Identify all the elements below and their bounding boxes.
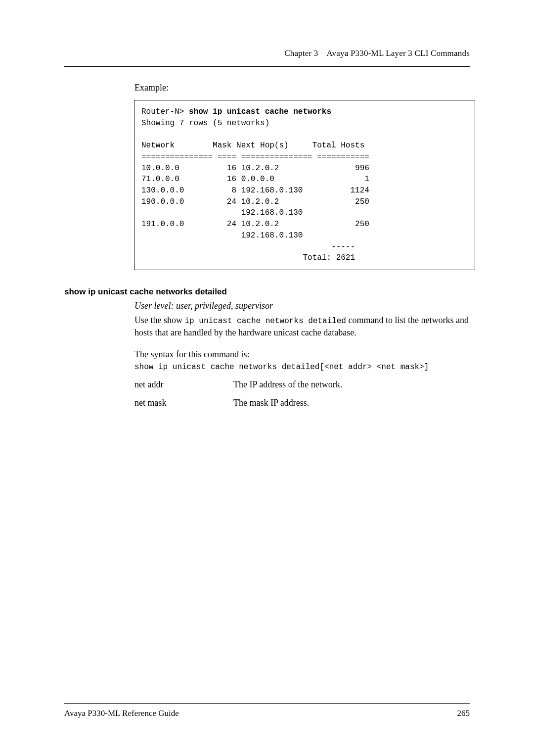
param-row: net mask The mask IP address. (134, 398, 470, 408)
code-line: 130.0.0.0 8 192.168.0.130 1124 (141, 186, 369, 195)
page-header: Chapter 3 Avaya P330-ML Layer 3 CLI Comm… (64, 48, 470, 67)
code-command: show ip unicast cache networks (189, 107, 331, 116)
code-line: 192.168.0.130 (141, 208, 303, 217)
code-line: Total: 2621 (141, 253, 355, 262)
chapter-label: Chapter 3 (284, 48, 318, 58)
chapter-title: Avaya P330-ML Layer 3 CLI Commands (326, 48, 470, 58)
section-heading: show ip unicast cache networks detailed (64, 287, 470, 297)
code-line: 190.0.0.0 24 10.2.0.2 250 (141, 197, 369, 206)
page-footer: Avaya P330-ML Reference Guide 265 (64, 703, 470, 718)
param-name: net mask (134, 398, 233, 408)
param-desc: The IP address of the network. (233, 379, 470, 390)
code-prompt: Router-N> (141, 107, 189, 116)
example-label: Example: (134, 83, 470, 93)
code-line: Network Mask Next Hop(s) Total Hosts (141, 141, 364, 150)
code-line: 192.168.0.130 (141, 231, 303, 240)
param-name: net addr (134, 379, 233, 390)
code-line: 191.0.0.0 24 10.2.0.2 250 (141, 220, 369, 229)
description-paragraph: Use the show ip unicast cache networks d… (134, 314, 470, 339)
page-number: 265 (457, 709, 470, 718)
param-desc: The mask IP address. (233, 398, 470, 408)
desc-pre: Use the show (134, 315, 185, 325)
code-line: 10.0.0.0 16 10.2.0.2 996 (141, 164, 369, 173)
footer-left: Avaya P330-ML Reference Guide (64, 709, 179, 718)
param-row: net addr The IP address of the network. (134, 379, 470, 390)
code-line: 71.0.0.0 16 0.0.0.0 1 (141, 175, 369, 184)
code-line: =============== ==== =============== ===… (141, 152, 369, 161)
footer-rule (64, 703, 470, 704)
user-level: User level: user, privileged, supervisor (134, 301, 470, 311)
code-example-box: Router-N> show ip unicast cache networks… (134, 100, 475, 270)
code-line: ----- (141, 242, 355, 251)
syntax-label: The syntax for this command is: (134, 348, 470, 361)
desc-mono: ip unicast cache networks detailed (185, 317, 346, 326)
code-line: Showing 7 rows (5 networks) (141, 119, 269, 128)
header-rule (64, 66, 470, 67)
syntax-command: show ip unicast cache networks detailed[… (134, 363, 470, 372)
